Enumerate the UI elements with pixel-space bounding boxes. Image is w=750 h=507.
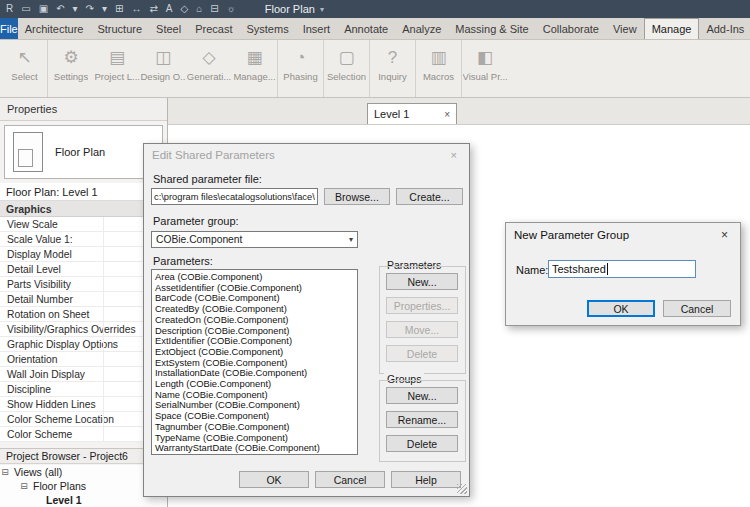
qat-icon[interactable]: A [163, 0, 176, 18]
ribbon-tab[interactable]: Massing & Site [448, 18, 535, 39]
qat-icon[interactable]: ⇄ [146, 0, 160, 18]
parameter-action-button[interactable]: New... [386, 273, 458, 290]
dialog-footer-button[interactable]: OK [239, 471, 309, 488]
ribbon-panel: ↖ Select ⚙ Settings ▤ Project L... ◫ Des… [0, 40, 750, 98]
ribbon-tab[interactable]: Structure [90, 18, 149, 39]
close-icon[interactable]: × [444, 109, 450, 120]
ribbon-button[interactable]: ◇ Generati... [186, 40, 232, 97]
ribbon-tab[interactable]: Annotate [337, 18, 395, 39]
group-action-button[interactable]: New... [386, 387, 458, 404]
file-tab[interactable]: File [0, 18, 18, 39]
qat-icon[interactable]: ⊟ [207, 0, 221, 18]
ribbon-tab[interactable]: Insert [296, 18, 338, 39]
property-row[interactable]: Orientation [0, 352, 167, 367]
parameter-action-button[interactable]: Move... [386, 321, 458, 338]
tree-item[interactable]: Level 1 [0, 493, 167, 507]
ribbon-button[interactable]: ◔ Phasing [278, 40, 324, 97]
qat-icon[interactable]: ↷ [83, 0, 97, 18]
property-row[interactable]: Visibility/Graphics Overrides [0, 322, 167, 337]
property-row[interactable]: Scale Value 1: [0, 232, 167, 247]
ribbon-tab[interactable]: Precast [188, 18, 239, 39]
shared-parameter-file-input[interactable] [151, 188, 318, 205]
ribbon-button[interactable]: ▢ Selection [324, 40, 370, 97]
browse-button[interactable]: Browse... [324, 188, 390, 205]
ribbon-button[interactable]: ◧ Visual Pr... [462, 40, 508, 97]
ribbon-tab[interactable]: Manage [644, 18, 700, 39]
qat-icon[interactable]: R [3, 0, 16, 18]
property-row[interactable]: Discipline [0, 382, 167, 397]
property-row[interactable]: Parts Visibility [0, 277, 167, 292]
parameter-item[interactable]: WarrantyStartDate (COBie.Component) [155, 443, 357, 454]
parameter-group-value: COBie.Component [156, 234, 242, 245]
property-row[interactable]: Detail Level [0, 262, 167, 277]
ribbon-button[interactable]: ▦ Manage... [232, 40, 278, 97]
property-row[interactable]: Display Model [0, 247, 167, 262]
tree-expander-icon[interactable]: ⊟ [0, 467, 10, 477]
qat-icon[interactable]: ↶ [53, 0, 67, 18]
qat-icon[interactable]: ☼ [224, 0, 239, 18]
qat-icon[interactable]: ▣ [36, 0, 51, 18]
ribbon-button[interactable]: ⚙ Settings [48, 40, 94, 97]
instance-selector[interactable]: Floor Plan: Level 1 [0, 183, 167, 201]
parameter-action-button[interactable]: Delete [386, 345, 458, 362]
property-row[interactable]: Wall Join Display [0, 367, 167, 382]
view-tab-level1[interactable]: Level 1 × [367, 103, 457, 124]
qat-icon[interactable]: ▭ [18, 0, 33, 18]
property-row[interactable]: View Scale [0, 217, 167, 232]
create-button[interactable]: Create... [396, 188, 463, 205]
property-row[interactable]: Color Scheme [0, 427, 167, 442]
qat-icon[interactable]: ⊞ [112, 0, 126, 18]
qat-icon[interactable]: ◇ [177, 0, 191, 18]
name-input[interactable]: Testshared [548, 260, 696, 278]
ribbon-tab[interactable]: Analyze [395, 18, 448, 39]
dialog-footer-button[interactable]: Cancel [315, 471, 385, 488]
qat-icon[interactable]: ↔ [128, 0, 144, 18]
ribbon-button[interactable]: ◫ Design O... [140, 40, 186, 97]
qat-icon[interactable]: ⌂ [193, 0, 205, 18]
parameter-group-dropdown[interactable]: COBie.Component ▾ [151, 231, 358, 248]
resize-grip[interactable] [457, 484, 467, 494]
property-row[interactable]: Graphic Display Options [0, 337, 167, 352]
ribbon-tab[interactable]: Steel [149, 18, 188, 39]
dialog-footer-button[interactable]: Help [391, 471, 461, 488]
tree-item[interactable]: ⊟ Views (all) [0, 465, 167, 479]
ribbon-button[interactable]: ▥ Macros [416, 40, 462, 97]
property-row[interactable]: Show Hidden Lines [0, 397, 167, 412]
qat-icon[interactable]: ▾ [99, 0, 110, 18]
group-action-button[interactable]: Rename... [386, 411, 458, 428]
dialog-titlebar[interactable]: Edit Shared Parameters × [144, 144, 469, 166]
property-row[interactable]: Rotation on Sheet [0, 307, 167, 322]
ribbon-button-label: Generati... [187, 71, 231, 82]
type-selector[interactable]: Floor Plan [4, 125, 163, 179]
property-row[interactable]: Detail Number [0, 292, 167, 307]
parameters-listbox[interactable]: Area (COBie.Component)AssetIdentifier (C… [151, 269, 358, 455]
property-row[interactable]: Color Scheme Location [0, 412, 167, 427]
dialog-button[interactable]: Cancel [663, 300, 731, 317]
close-icon[interactable]: × [447, 149, 461, 161]
ribbon-tab[interactable]: Collaborate [536, 18, 606, 39]
chevron-down-icon[interactable]: ▾ [320, 5, 324, 14]
ribbon-button-label: Settings [54, 71, 88, 82]
ribbon-button[interactable]: ▤ Project L... [94, 40, 140, 97]
tree-item[interactable]: ⊟ Floor Plans [0, 479, 167, 493]
qat-icon[interactable]: ▾ [70, 0, 81, 18]
ribbon-tab[interactable]: Architecture [18, 18, 91, 39]
dialog-titlebar[interactable]: New Parameter Group × [506, 223, 740, 247]
parameter-item[interactable]: CreatedOn (COBie.Component) [155, 315, 357, 326]
dialog-button[interactable]: OK [587, 300, 655, 317]
group-action-button[interactable]: Delete [386, 435, 458, 452]
ribbon-button-label: Phasing [283, 71, 317, 82]
ribbon-tab[interactable]: Systems [239, 18, 295, 39]
parameter-item[interactable]: Tagnumber (COBie.Component) [155, 422, 357, 433]
ribbon-tab[interactable]: View [606, 18, 644, 39]
project-browser-header[interactable]: Project Browser - Project6 [0, 448, 167, 464]
parameter-action-button[interactable]: Properties... [386, 297, 458, 314]
tree-item-label: Views (all) [14, 466, 62, 478]
close-icon[interactable]: × [717, 228, 732, 242]
ribbon-button[interactable]: ? Inquiry [370, 40, 416, 97]
ribbon-tab[interactable]: Add-Ins [699, 18, 750, 39]
ribbon-button[interactable]: ↖ Select [2, 40, 48, 97]
tree-expander-icon[interactable]: ⊟ [19, 481, 29, 491]
graphics-section-header[interactable]: Graphics [0, 201, 167, 217]
ribbon-button-icon: ⚙ [63, 45, 78, 71]
